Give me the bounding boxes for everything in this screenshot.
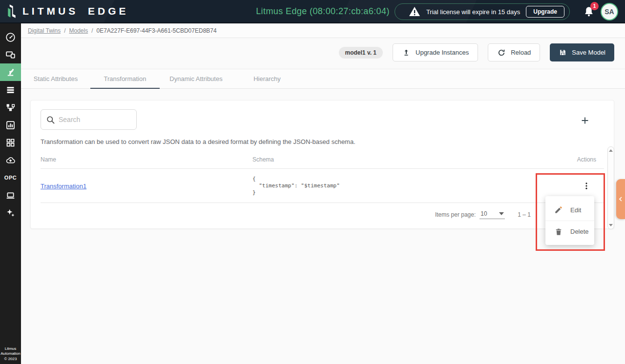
- model-toolbar: model1 v. 1 Upgrade Instances Reload Sav…: [339, 43, 614, 61]
- laptop-icon: [5, 190, 16, 201]
- sidebar-item-cloud[interactable]: [0, 151, 21, 169]
- pencil-icon: [554, 205, 563, 214]
- app-logo: LITMUS EDGE: [0, 3, 129, 19]
- column-schema: Schema: [252, 156, 545, 163]
- add-transformation-button[interactable]: [580, 115, 590, 126]
- breadcrumb-separator: /: [64, 27, 65, 34]
- devices-icon: [5, 50, 16, 60]
- menu-item-delete[interactable]: Delete: [545, 221, 594, 242]
- save-model-button[interactable]: Save Model: [550, 43, 614, 61]
- sidebar-item-digital-twins[interactable]: [0, 63, 21, 81]
- upgrade-instances-button[interactable]: Upgrade Instances: [393, 43, 478, 61]
- sidebar-item-opc[interactable]: OPC: [0, 169, 21, 186]
- sidebar-footer: Litmus Automation © 2023: [0, 346, 21, 364]
- model-version-chip: model1 v. 1: [339, 47, 383, 59]
- menu-item-edit[interactable]: Edit: [545, 199, 594, 221]
- sidebar-item-devices[interactable]: [0, 46, 21, 63]
- column-name: Name: [41, 156, 252, 163]
- license-warning-text: Trial license will expire in 15 days: [426, 8, 520, 16]
- cloud-upload-icon: [5, 155, 16, 165]
- breadcrumb-digital-twins[interactable]: Digital Twins: [28, 27, 61, 34]
- tab-hierarchy[interactable]: Hierarchy: [232, 69, 302, 88]
- model-tabs: Static Attributes Transformation Dynamic…: [21, 69, 625, 89]
- breadcrumb-model-id: 0E7A227F-E697-44F3-A661-5CBD07ED8B74: [97, 27, 217, 34]
- sparkles-icon: [5, 208, 16, 218]
- tree-icon: [5, 102, 16, 113]
- sidebar-item-dashboard[interactable]: [0, 28, 21, 46]
- sidebar-item-integration[interactable]: [0, 99, 21, 116]
- refresh-icon: [497, 48, 506, 57]
- scroll-down-icon[interactable]: [609, 224, 613, 226]
- bar-chart-icon: [5, 120, 16, 130]
- list-icon: [5, 85, 16, 95]
- app-header: LITMUS EDGE Litmus Edge (08:00:27:cb:a6:…: [0, 0, 625, 23]
- upgrade-button[interactable]: Upgrade: [526, 6, 564, 18]
- items-per-page-select[interactable]: 10: [479, 210, 505, 219]
- sidebar-item-flows[interactable]: [0, 81, 21, 99]
- license-banner: Trial license will expire in 15 days Upg…: [395, 3, 570, 20]
- trash-icon: [554, 227, 563, 236]
- transformation-panel: Transformation can be used to convert ra…: [30, 100, 614, 229]
- breadcrumb-separator: /: [91, 27, 93, 34]
- page-range: 1 – 1: [518, 211, 531, 218]
- transformation-link[interactable]: Transformation1: [41, 182, 86, 190]
- logo-text: LITMUS EDGE: [22, 5, 129, 17]
- column-actions: Actions: [545, 156, 604, 163]
- litmus-logo-icon: [6, 3, 18, 19]
- grid-icon: [5, 138, 16, 148]
- gauge-icon: [5, 32, 16, 42]
- kebab-icon: [581, 180, 592, 192]
- sidebar-item-marketplace[interactable]: [0, 134, 21, 151]
- sidebar-item-ai[interactable]: [0, 204, 21, 222]
- chevron-down-icon: [499, 212, 504, 215]
- items-per-page-label: Items per page:: [435, 211, 476, 218]
- breadcrumb: Digital Twins / Models / 0E7A227F-E697-4…: [21, 23, 625, 38]
- plus-icon: [580, 115, 590, 126]
- scroll-up-icon[interactable]: [609, 149, 613, 152]
- warning-icon: [409, 6, 420, 17]
- opc-label: OPC: [4, 175, 17, 181]
- schema-value: { "timestamp": "$timestamp" }: [252, 176, 545, 196]
- floppy-save-icon: [559, 48, 567, 57]
- transformation-description: Transformation can be used to convert ra…: [41, 138, 604, 145]
- page-title: Litmus Edge (08:00:27:cb:a6:04): [256, 6, 390, 17]
- table-scrollbar[interactable]: [607, 146, 614, 229]
- row-actions-kebab-button[interactable]: [581, 180, 592, 192]
- notification-badge: 1: [590, 2, 599, 10]
- notifications-button[interactable]: 1: [583, 6, 595, 18]
- chevron-left-icon: [617, 196, 624, 202]
- row-actions-menu: Edit Delete: [545, 196, 594, 245]
- pagination-bar: Items per page: 10 1 – 1: [41, 203, 604, 226]
- tab-dynamic-attributes[interactable]: Dynamic Attributes: [160, 69, 232, 88]
- reload-button[interactable]: Reload: [488, 43, 540, 61]
- upload-icon: [402, 48, 411, 57]
- tab-static-attributes[interactable]: Static Attributes: [21, 69, 90, 88]
- search-icon: [46, 115, 55, 124]
- robot-arm-icon: [5, 67, 16, 78]
- search-box[interactable]: [41, 109, 137, 130]
- breadcrumb-models[interactable]: Models: [69, 27, 88, 34]
- tab-transformation[interactable]: Transformation: [90, 69, 160, 88]
- sidebar-item-analytics[interactable]: [0, 116, 21, 134]
- sidebar-item-system[interactable]: [0, 186, 21, 204]
- avatar[interactable]: SA: [601, 3, 618, 20]
- expand-panel-tab[interactable]: [616, 179, 625, 219]
- table-header: Name Schema Actions: [41, 150, 604, 169]
- table-row: Transformation1 { "timestamp": "$timesta…: [41, 169, 604, 203]
- search-input[interactable]: [59, 116, 122, 123]
- left-nav-sidebar: OPC Litmus Automation © 2023: [0, 23, 21, 364]
